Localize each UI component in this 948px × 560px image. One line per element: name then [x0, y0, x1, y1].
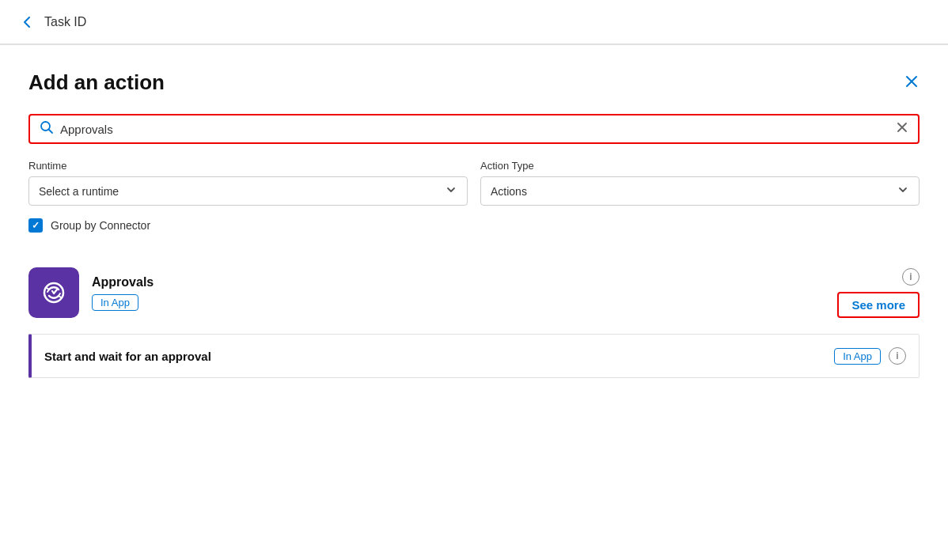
- action-type-value: Actions: [491, 185, 527, 198]
- action-item-name: Start and wait for an approval: [44, 350, 211, 363]
- filters-row: Runtime Select a runtime Action Type Act…: [28, 160, 920, 206]
- connector-actions: i See more: [837, 268, 920, 318]
- search-box[interactable]: [28, 114, 920, 144]
- action-info-icon-label: i: [896, 350, 898, 361]
- connector-info: Approvals In App: [92, 275, 837, 311]
- close-button[interactable]: [904, 74, 920, 92]
- runtime-chevron-icon: [445, 184, 457, 199]
- search-input[interactable]: [60, 123, 896, 136]
- action-type-label: Action Type: [480, 160, 920, 172]
- back-button[interactable]: [19, 14, 35, 30]
- action-type-filter-group: Action Type Actions: [480, 160, 920, 206]
- header: Task ID: [0, 0, 948, 44]
- see-more-button[interactable]: See more: [837, 292, 920, 318]
- header-title: Task ID: [44, 15, 86, 29]
- action-type-select[interactable]: Actions: [480, 176, 920, 206]
- action-item-info-icon[interactable]: i: [889, 347, 906, 365]
- search-clear-button[interactable]: [896, 121, 908, 137]
- svg-line-1: [49, 130, 53, 134]
- connector-card: Approvals In App i See more: [28, 255, 920, 331]
- search-icon: [40, 120, 54, 138]
- main-content: Add an action Runtime Select a runtime: [0, 45, 948, 403]
- info-icon-label: i: [909, 271, 912, 282]
- group-by-checkbox[interactable]: ✓: [28, 218, 43, 233]
- runtime-label: Runtime: [28, 160, 468, 172]
- section-title-text: Add an action: [28, 70, 165, 95]
- connector-name: Approvals: [92, 275, 837, 289]
- connector-in-app-badge: In App: [92, 294, 138, 311]
- section-header: Add an action: [28, 70, 920, 95]
- runtime-filter-group: Runtime Select a runtime: [28, 160, 468, 206]
- checkbox-check-icon: ✓: [32, 220, 40, 231]
- runtime-select[interactable]: Select a runtime: [28, 176, 468, 206]
- runtime-placeholder: Select a runtime: [39, 185, 119, 198]
- connector-icon: [28, 267, 79, 318]
- action-item-badge: In App: [834, 348, 881, 365]
- action-item-right: In App i: [834, 347, 906, 365]
- group-by-label: Group by Connector: [51, 219, 150, 232]
- group-by-row: ✓ Group by Connector: [28, 218, 920, 233]
- action-item[interactable]: Start and wait for an approval In App i: [28, 334, 920, 378]
- connector-info-icon[interactable]: i: [902, 268, 920, 286]
- action-type-chevron-icon: [897, 184, 909, 199]
